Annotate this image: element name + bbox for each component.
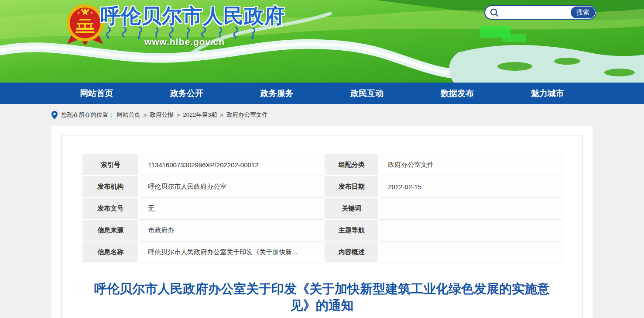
meta-label-info-name: 信息名称 <box>82 241 139 263</box>
meta-value-info-name: 呼伦贝尔市人民政府办公室关于印发《关于加快新... <box>139 241 324 263</box>
table-row: 信息名称 呼伦贝尔市人民政府办公室关于印发《关于加快新... 内容概述 <box>82 241 562 263</box>
search-icon <box>490 8 499 17</box>
nav-item-data[interactable]: 数据发布 <box>412 83 503 104</box>
search-input[interactable] <box>502 7 569 18</box>
breadcrumb-separator: > <box>144 112 147 118</box>
nav-item-city[interactable]: 魅力城市 <box>502 83 593 104</box>
meta-label-topic-nav: 主题导航 <box>324 219 379 241</box>
meta-value-source: 市政府办 <box>139 219 324 241</box>
search-button[interactable]: 搜索 <box>571 7 595 18</box>
meta-value-topic-nav <box>379 219 562 241</box>
meta-value-publish-date: 2022-02-15 <box>379 176 562 197</box>
breadcrumb-strip: 您现在所在的位置： 网站首页 > 政府公报 > 2022年第3期 > 政府办公室… <box>0 104 644 126</box>
breadcrumb-item-home[interactable]: 网站首页 <box>117 111 140 119</box>
content-card: 索引号 1134160073302996XP/202202-00012 组配分类… <box>51 126 593 318</box>
table-row: 发布机构 呼伦贝尔市人民政府办公室 发布日期 2022-02-15 <box>82 176 562 197</box>
nav-item-home[interactable]: 网站首页 <box>51 83 142 104</box>
meta-label-publish-date: 发布日期 <box>324 176 379 197</box>
site-url: www.hlbe.gov.cn <box>100 37 269 47</box>
document-metadata-table: 索引号 1134160073302996XP/202202-00012 组配分类… <box>82 153 562 263</box>
location-pin-icon <box>51 111 58 119</box>
meta-value-issuing-agency: 呼伦贝尔市人民政府办公室 <box>139 176 324 197</box>
main-navigation: 网站首页 政务公开 政务服务 政民互动 数据发布 魅力城市 <box>0 83 644 104</box>
header-banner: 呼伦贝尔市人民政府 www.hlbe.gov.cn 搜索 <box>0 0 644 83</box>
nav-item-services[interactable]: 政务服务 <box>232 83 322 104</box>
breadcrumb-item-category[interactable]: 政府办公室文件 <box>226 111 268 119</box>
document-title: 呼伦贝尔市人民政府办公室关于印发《关于加快新型建筑工业化绿色发展的实施意见》的通… <box>85 280 559 314</box>
breadcrumb-separator: > <box>220 112 223 118</box>
meta-label-doc-number: 发布文号 <box>82 197 139 219</box>
national-emblem-icon <box>65 3 106 47</box>
meta-label-issuing-agency: 发布机构 <box>82 176 139 197</box>
breadcrumb-item-gazette[interactable]: 政府公报 <box>150 111 173 119</box>
meta-label-category: 组配分类 <box>324 154 379 176</box>
meta-label-summary: 内容概述 <box>324 241 379 263</box>
meta-label-keywords: 关键词 <box>324 197 379 219</box>
meta-value-summary <box>379 241 562 263</box>
nav-item-interaction[interactable]: 政民互动 <box>322 83 412 104</box>
meta-value-category: 政府办公室文件 <box>379 154 562 176</box>
breadcrumb-prefix: 您现在所在的位置： <box>61 111 114 119</box>
meta-value-doc-number: 无 <box>139 197 324 219</box>
breadcrumb-item-issue[interactable]: 2022年第3期 <box>183 111 217 119</box>
meta-label-source: 信息来源 <box>82 219 139 241</box>
table-row: 发布文号 无 关键词 <box>82 197 562 219</box>
site-title: 呼伦贝尔市人民政府 <box>100 3 285 30</box>
nav-item-disclosure[interactable]: 政务公开 <box>142 83 232 104</box>
meta-value-keywords <box>379 197 562 219</box>
table-row: 信息来源 市政府办 主题导航 <box>82 219 562 241</box>
breadcrumb-separator: > <box>176 112 180 118</box>
search-box: 搜索 <box>484 5 596 20</box>
table-row: 索引号 1134160073302996XP/202202-00012 组配分类… <box>82 154 562 176</box>
meta-label-index-number: 索引号 <box>82 154 139 176</box>
breadcrumb: 您现在所在的位置： 网站首页 > 政府公报 > 2022年第3期 > 政府办公室… <box>51 104 593 126</box>
meta-value-index-number: 1134160073302996XP/202202-00012 <box>139 154 324 176</box>
document-panel: 索引号 1134160073302996XP/202202-00012 组配分类… <box>61 135 583 318</box>
